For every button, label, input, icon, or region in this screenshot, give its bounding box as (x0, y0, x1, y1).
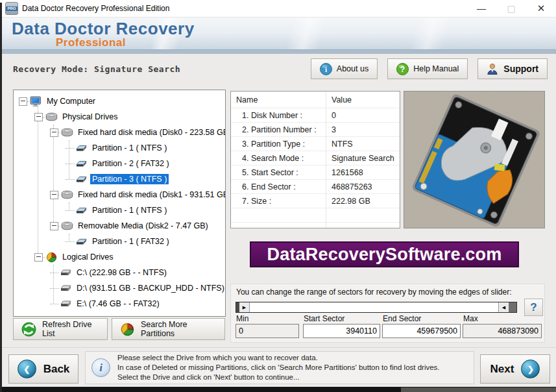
hard-drive-photo (404, 91, 545, 228)
next-chevron-icon: ❯ (521, 360, 540, 378)
tree-item-label: C:\ (222.98 GB - - NTFS) (75, 267, 169, 278)
table-cell-name: 5. Start Sector : (231, 168, 326, 177)
refresh-drive-list-label: Refresh Drive List (42, 320, 99, 338)
slider-left-arrow-icon[interactable]: ▶ (239, 302, 250, 312)
refresh-drive-list-button[interactable]: Refresh Drive List (13, 318, 108, 340)
window-left-edge (0, 3, 2, 392)
slider-right-handle[interactable] (509, 302, 516, 312)
pie-chart-icon (120, 322, 135, 337)
tree-connector (50, 288, 59, 289)
tree-item-label: Partition - 3 ( NTFS ) (90, 174, 169, 184)
start-sector-label: Start Sector (304, 314, 344, 323)
tree-item-physical-drives[interactable]: Physical Drives (14, 109, 225, 125)
drive-icon (60, 267, 72, 278)
table-cell-value: 222.98 GB (326, 197, 400, 206)
end-sector-label: End Sector (383, 314, 421, 323)
header-divider (0, 49, 556, 54)
window-controls: — ▢ ✕ (466, 0, 556, 17)
toolbar: Recovery Mode: Signature Search iAbout u… (2, 54, 556, 84)
collapse-icon[interactable] (19, 97, 27, 106)
tree-item-partition-1-ntfs[interactable]: Partition - 1 ( NTFS ) (14, 202, 225, 218)
tree-item-logical-drives[interactable]: Logical Drives (14, 249, 225, 265)
website-banner: DataRecoverySoftware.com (250, 241, 519, 267)
table-row: 7. Size :222.98 GB (231, 194, 400, 208)
svg-text:?: ? (400, 65, 405, 74)
table-cell-name: 6. End Sector : (231, 182, 326, 191)
tree-item-removable-media-disk2-7-47-gb[interactable]: Removable Media (Disk2 - 7.47 GB) (14, 218, 225, 234)
collapse-icon[interactable] (34, 113, 43, 121)
disk-stack-icon (61, 190, 73, 201)
question-circle-icon: ? (396, 63, 409, 75)
tree-item-d-931-51-gb-backup-hdd-ntfs[interactable]: D:\ (931.51 GB - BACKUP_HDD - NTFS) (14, 280, 225, 296)
app-icon: PRO (5, 2, 18, 15)
tree-connector (66, 179, 75, 180)
tree-item-fixed-hard-disk-media-disk1-931-51-gb[interactable]: Fixed hard disk media (Disk1 - 931.51 GB… (14, 187, 225, 202)
tree-item-e-7-46-gb-fat32[interactable]: E:\ (7.46 GB - - FAT32) (14, 296, 225, 312)
collapse-icon[interactable] (50, 129, 58, 137)
end-sector-field[interactable] (382, 324, 461, 338)
back-chevron-icon: ❮ (18, 360, 36, 378)
table-cell-name: 4. Search Mode : (231, 154, 326, 163)
instruction-text: Please select the Drive from which you w… (117, 353, 440, 383)
taskbar-sliver (401, 387, 556, 392)
recovery-mode-label: Recovery Mode: Signature Search (13, 64, 180, 74)
collapse-icon[interactable] (34, 253, 43, 262)
collapse-icon[interactable] (50, 222, 58, 230)
tree-item-my-computer[interactable]: My Computer (14, 93, 225, 109)
table-header-row: Name Value (231, 92, 400, 108)
table-body: 1. Disk Number :02. Partition Number :33… (231, 108, 400, 228)
help-button[interactable]: ? (524, 299, 543, 316)
table-row: 3. Partition Type :NTFS (231, 137, 400, 151)
slider-right-arrow-icon[interactable]: ◀ (498, 302, 509, 312)
tree-item-partition-3-ntfs[interactable]: Partition - 3 ( NTFS ) (14, 171, 225, 187)
sector-range-slider[interactable]: ▶ ◀ (236, 302, 517, 313)
tree-item-partition-2-fat32[interactable]: Partition - 2 ( FAT32 ) (14, 156, 225, 171)
about-us-button[interactable]: iAbout us (311, 58, 378, 79)
tree-connector (58, 132, 60, 133)
info-icon: i (91, 358, 110, 377)
pie-chart-icon (45, 252, 58, 263)
tree-connector (43, 257, 45, 258)
max-label: Max (463, 314, 478, 323)
back-button[interactable]: ❮ Back (8, 354, 79, 384)
tree-connector (43, 117, 45, 117)
tree-connector (69, 234, 69, 241)
table-column-divider (326, 92, 326, 228)
table-cell-value: NTFS (326, 140, 400, 149)
collapse-icon[interactable] (50, 191, 58, 199)
tree-connector (66, 210, 75, 211)
instruction-panel: i Please select the Drive from which you… (85, 351, 474, 384)
disk-stack-icon (45, 112, 58, 123)
search-more-partitions-button[interactable]: Search More Partitions (112, 318, 225, 340)
tree-item-partition-1-fat32[interactable]: Partition - 1 ( FAT32 ) (14, 234, 225, 249)
start-sector-field[interactable] (303, 324, 380, 338)
sector-range-slider-row: ▶ ◀ ? (236, 299, 543, 316)
support-label: Support (503, 64, 538, 74)
table-row: 5. Start Sector :1261568 (231, 165, 400, 180)
info-circle-icon: i (320, 63, 332, 75)
instruction-line: In case of Deleted or missing Partitions… (117, 363, 440, 373)
table-cell-value: 1261568 (326, 168, 400, 177)
support-button[interactable]: Support (477, 58, 548, 79)
computer-icon (30, 96, 42, 107)
instruction-line: Select the Drive and click on 'Next' but… (117, 373, 440, 382)
help-manual-button[interactable]: ?Help Manual (387, 58, 468, 79)
slider-track[interactable] (250, 302, 498, 312)
table-empty-row (231, 223, 400, 228)
maximize-icon: ▢ (496, 0, 526, 17)
drive-icon (60, 299, 72, 310)
tree-connector (58, 226, 60, 227)
tree-connector (66, 148, 75, 149)
tree-item-partition-1-ntfs[interactable]: Partition - 1 ( NTFS ) (14, 140, 225, 156)
tree-item-c-222-98-gb-ntfs[interactable]: C:\ (222.98 GB - - NTFS) (14, 265, 225, 280)
instruction-line: Please select the Drive from which you w… (117, 353, 440, 363)
partition-icon (75, 205, 88, 216)
tree-item-fixed-hard-disk-media-disk0-223-58-gb[interactable]: Fixed hard disk media (Disk0 - 223.58 GB… (14, 125, 225, 140)
table-cell-value: 468875263 (326, 182, 400, 191)
close-icon[interactable]: ✕ (526, 0, 556, 17)
table-header-name: Name (231, 95, 326, 104)
partition-icon (75, 158, 88, 169)
minimize-icon[interactable]: — (466, 0, 496, 17)
tree-connector (58, 195, 60, 195)
next-button[interactable]: Next ❯ (480, 354, 550, 384)
